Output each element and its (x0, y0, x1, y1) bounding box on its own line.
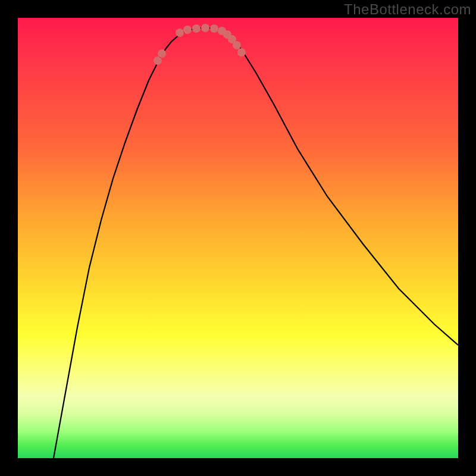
curve-marker (176, 29, 184, 37)
curve-marker (237, 48, 246, 57)
chart-frame: TheBottleneck.com (0, 0, 476, 476)
curve-markers (154, 24, 246, 65)
curve-marker (201, 24, 209, 32)
curve-marker (183, 26, 192, 34)
watermark-text: TheBottleneck.com (344, 1, 471, 18)
plot-area (18, 18, 458, 458)
curve-marker (154, 57, 162, 65)
curve-marker (192, 24, 201, 33)
curve-marker (158, 49, 166, 58)
curve-svg (18, 18, 458, 458)
bottleneck-curve (54, 28, 458, 458)
curve-marker (233, 41, 241, 49)
curve-marker (210, 24, 218, 33)
